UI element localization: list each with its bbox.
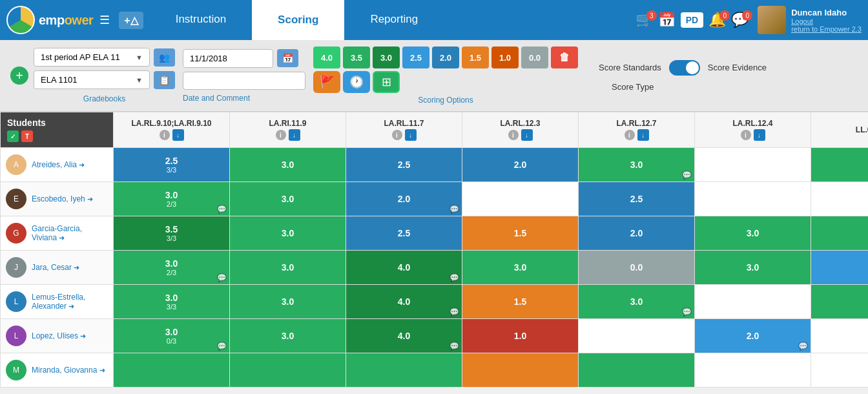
score-value-cell[interactable]: 3.0 [230,148,346,181]
info-icon5[interactable]: i [625,130,635,140]
score-cell[interactable] [811,182,869,216]
info-icon2[interactable]: i [276,130,286,140]
return-link[interactable]: return to Empower 2.3 [791,25,862,33]
score-value-cell[interactable] [811,251,868,284]
student-info[interactable]: A Atreides, Alia ➜ [1,152,113,178]
sort-down-button3[interactable]: ↓ [405,129,417,141]
student-info[interactable]: M Miranda, Giovanna ➜ [1,357,113,383]
student-info[interactable]: G Garcia-Garcia, Viviana ➜ [1,220,113,246]
score-cell[interactable]: 2.5 [346,148,462,182]
student-info[interactable]: L Lopez, Ulises ➜ [1,323,113,349]
student-info[interactable]: E Escobedo, Iyeh ➜ [1,186,113,212]
hamburger-icon[interactable]: ☰ [99,13,110,27]
gradebook-dropdown[interactable]: 1st period AP ELA 11 ▼ [34,48,150,67]
score-1-5-button[interactable]: 1.5 [462,47,489,68]
score-value-cell[interactable] [695,148,811,181]
score-cell[interactable]: 2.5 3/3 [114,148,230,182]
score-value-cell[interactable]: 4.0 💬 [346,319,462,353]
score-cell[interactable]: 4.0 💬 [346,251,462,285]
calendar-icon-button[interactable]: 📅 [277,49,298,67]
score-cell[interactable] [114,353,230,388]
score-value-cell[interactable]: 3.0 💬 [579,148,694,181]
score-1-button[interactable]: 1.0 [491,47,519,68]
score-standards-toggle[interactable] [669,60,700,76]
score-cell[interactable] [811,251,869,285]
score-value-cell[interactable]: 2.5 [579,182,694,216]
score-cell[interactable]: 2.0 [579,216,695,251]
score-cell[interactable]: 3.0 [230,182,346,216]
score-cell[interactable]: 3.0 💬 [579,285,695,319]
score-value-cell[interactable]: 3.0 [695,216,811,250]
score-cell[interactable]: 4.0 💬 [346,285,462,319]
pd-button[interactable]: PD [681,12,703,28]
score-value-cell[interactable]: 2.0 [462,148,578,181]
score-value-cell[interactable]: 2.0 💬 [346,182,462,216]
score-cell[interactable]: 3.0 [230,251,346,285]
score-2-button[interactable]: 2.0 [432,47,459,68]
score-cell[interactable] [811,216,869,251]
score-value-cell[interactable] [811,182,868,216]
score-value-cell[interactable]: 4.0 💬 [346,251,462,284]
score-value-cell[interactable]: 3.0 0/3 💬 [114,319,229,353]
score-cell[interactable]: 4.0 💬 [346,319,462,353]
student-info[interactable]: L Lemus-Estrella, Alexander ➜ [1,289,113,315]
score-value-cell[interactable]: 3.0 2/3 💬 [114,182,229,216]
tab-instruction[interactable]: Instruction [150,0,252,40]
score-value-cell[interactable]: 3.0 [462,251,578,284]
student-cell[interactable]: E Escobedo, Iyeh ➜ [1,182,114,216]
notif1-button[interactable]: 🔔 0 [708,12,726,28]
score-cell[interactable]: 3.0 [230,148,346,182]
history-option-button[interactable]: 🕐 [343,71,370,93]
score-value-cell[interactable]: 3.5 3/3 [114,216,229,250]
score-value-cell[interactable]: 2.5 [346,216,462,250]
score-cell[interactable]: 2.0 💬 [695,319,811,353]
score-value-cell[interactable]: 3.0 [230,319,346,353]
score-cell[interactable]: 3.0 [230,216,346,251]
score-cell[interactable] [811,148,869,182]
score-cell[interactable]: 1.5 [462,285,579,319]
score-value-cell[interactable] [695,353,811,387]
score-value-cell[interactable] [579,319,694,353]
score-cell[interactable] [695,285,811,319]
score-value-cell[interactable] [579,353,694,387]
score-cell[interactable]: 2.5 [346,216,462,251]
score-cell[interactable]: 2.5 [579,182,695,216]
cart-button[interactable]: 🛒 3 [636,12,653,28]
score-cell[interactable]: 3.0 💬 [579,148,695,182]
score-value-cell[interactable] [811,319,868,353]
students-icon-button[interactable]: 👥 [154,48,175,67]
notif2-button[interactable]: 💬 0 [731,12,749,28]
score-value-cell[interactable] [695,285,811,318]
tab-reporting[interactable]: Reporting [344,0,444,40]
score-value-cell[interactable]: 3.0 [230,285,346,318]
score-cell[interactable] [579,319,695,353]
tab-scoring[interactable]: Scoring [252,0,344,40]
score-value-cell[interactable] [462,182,578,216]
score-value-cell[interactable] [114,353,229,387]
score-value-cell[interactable]: 2.0 💬 [695,319,811,353]
score-cell[interactable]: 3.0 2/3 💬 [114,182,230,216]
score-value-cell[interactable] [462,353,578,387]
score-value-cell[interactable]: 3.0 [230,251,346,284]
student-info[interactable]: J Jara, Cesar ➜ [1,254,113,280]
score-cell[interactable] [695,148,811,182]
student-cell[interactable]: G Garcia-Garcia, Viviana ➜ [1,216,114,251]
filter-green-icon[interactable]: ✓ [7,130,19,142]
score-4-button[interactable]: 4.0 [313,47,340,68]
score-cell[interactable] [462,182,579,216]
score-value-cell[interactable]: 2.5 [346,148,462,181]
score-cell[interactable]: 2.0 [462,148,579,182]
score-value-cell[interactable]: 0.0 [579,251,694,284]
sort-down-button2[interactable]: ↓ [289,129,300,141]
comment-input[interactable] [183,72,305,90]
score-value-cell[interactable] [695,182,811,216]
score-value-cell[interactable]: 2.5 3/3 [114,148,229,181]
score-value-cell[interactable] [811,216,868,250]
sort-down-button5[interactable]: ↓ [637,129,649,141]
score-value-cell[interactable]: 4.0 💬 [346,285,462,318]
student-cell[interactable]: J Jara, Cesar ➜ [1,251,114,285]
score-3-button[interactable]: 3.0 [373,47,400,68]
grid-option-button[interactable]: ⊞ [373,71,400,93]
score-cell[interactable] [695,182,811,216]
score-cell[interactable]: 3.0 [230,285,346,319]
